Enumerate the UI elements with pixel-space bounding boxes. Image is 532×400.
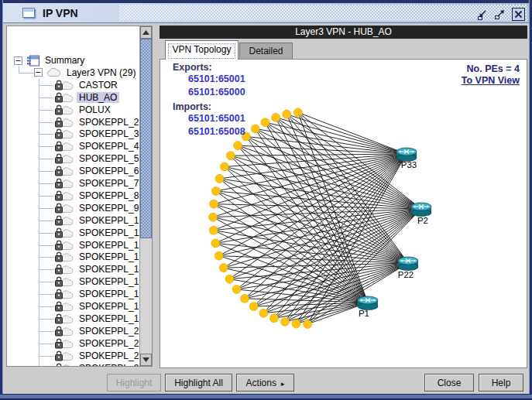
pe-router-icon[interactable] [396,148,417,162]
ce-node[interactable] [234,142,242,150]
ce-node[interactable] [293,108,302,117]
tree-guide-line [39,245,53,246]
scroll-down-button[interactable] [140,354,152,366]
tree-item-spokeppl-6[interactable]: SPOKEPPL_6 [8,165,139,177]
scroll-up-button[interactable] [140,26,152,39]
ce-node[interactable] [220,162,228,171]
tree-item-spokeppl-3[interactable]: SPOKEPPL_3 [8,128,139,140]
ce-node[interactable] [232,285,241,293]
tree-item-spokeppl-14[interactable]: SPOKEPPL_14 [8,263,139,275]
tree-item-spokeppl-9[interactable]: SPOKEPPL_9 [8,202,139,214]
tree-item-spokeppl-2[interactable]: SPOKEPPL_2 [8,116,139,128]
window-frame-right [529,0,532,400]
ce-node[interactable] [210,200,218,208]
vpn-lock-icon [54,92,74,103]
ce-node[interactable] [269,314,278,323]
ce-node[interactable] [272,113,280,121]
vpn-lock-icon [54,190,74,201]
tab-detailed[interactable]: Detailed [239,43,293,59]
tree-item-hub-ao[interactable]: HUB_AO [8,91,139,104]
ce-node[interactable] [283,110,291,118]
ce-node[interactable] [292,320,300,328]
tree-item-spokeppl-18[interactable]: SPOKEPPL_18 [8,313,139,325]
tree-guide-line [39,221,53,221]
tree-scrollbar[interactable] [139,26,152,366]
tree-item-castor[interactable]: CASTOR [8,79,139,91]
tree-item-layer3-vpn-29-[interactable]: Layer3 VPN (29) [8,67,139,79]
actions-button[interactable]: Actions▸ [236,374,294,391]
highlight-button[interactable]: Highlight [107,374,161,391]
pe-router-icon[interactable] [358,296,378,310]
tree-item-spokeppl-17[interactable]: SPOKEPPL_17 [8,300,139,313]
collapse-expander-icon[interactable] [14,56,22,65]
tree-guide-line [39,208,53,209]
tree-item-label: Summary [43,55,87,66]
tree-item-spokeppl-10[interactable]: SPOKEPPL_10 [8,214,139,227]
tree-item-label: SPOKEPPL_3 [77,128,139,139]
tree-guide-line [39,331,53,332]
scrollbar-thumb[interactable] [140,39,152,238]
tree-item-spokeppl-21[interactable]: SPOKEPPL_21 [8,325,139,337]
ce-node[interactable] [215,251,223,260]
vpn-lock-icon [54,338,74,349]
vpn-lock-icon [54,104,74,115]
tree-item-summary[interactable]: Summary [8,54,139,67]
ce-node[interactable] [280,317,289,326]
vpn-lock-icon [54,289,74,299]
tree-item-spokeppl-23[interactable]: SPOKEPPL_23 [8,350,139,362]
pe-router-icon[interactable] [398,257,418,271]
ce-node[interactable] [251,125,259,133]
ce-node[interactable] [249,303,258,311]
ce-node[interactable] [226,152,235,160]
help-button[interactable]: Help [479,374,523,391]
ce-node[interactable] [225,275,234,283]
ce-node[interactable] [211,187,220,196]
tree-guide-line [39,344,53,344]
tree-item-label: SPOKEPPL_22 [77,338,139,349]
pe-router-label: P22 [398,270,414,279]
tree-item-spokeppl-22[interactable]: SPOKEPPL_22 [8,337,139,350]
ce-node[interactable] [241,294,249,303]
tree-item-spokeppl-11[interactable]: SPOKEPPL_11 [8,227,139,239]
tree-item-label: SPOKEPPL_11 [77,227,139,238]
topology-graph[interactable]: P33P2P22P1 [160,60,527,368]
tree-item-spokeppl-24[interactable]: SPOKEPPL_24 [8,362,139,367]
tree-item-label: SPOKEPPL_13 [77,251,139,262]
ce-node[interactable] [215,174,224,183]
tab-vpn-topology[interactable]: VPN Topology [165,40,239,60]
exports-label: Exports: [173,62,212,73]
tree-item-spokeppl-12[interactable]: SPOKEPPL_12 [8,239,139,251]
maximize-button[interactable] [493,9,506,21]
ce-node[interactable] [219,264,228,272]
ce-node[interactable] [209,226,218,234]
ce-node[interactable] [211,239,220,248]
collapse-expander-icon[interactable] [34,68,43,77]
tree-item-label: SPOKEPPL_8 [77,190,139,201]
titlebar[interactable]: IP VPN [3,3,529,23]
vpn-edge [287,115,407,154]
actions-label: Actions [246,378,276,388]
tree-item-spokeppl-7[interactable]: SPOKEPPL_7 [8,177,139,190]
tree-item-label: CASTOR [77,80,120,91]
close-button[interactable]: Close [424,374,474,391]
tree-guide-line [39,319,53,320]
ce-node[interactable] [304,320,312,328]
vpn-lock-icon [54,153,74,164]
tree-item-polux[interactable]: POLUX [8,104,139,116]
vpn-lock-icon [54,264,74,275]
tree-item-spokeppl-15[interactable]: SPOKEPPL_15 [8,275,139,288]
highlight-all-button[interactable]: Highlight All [165,374,232,391]
tree-item-spokeppl-16[interactable]: SPOKEPPL_16 [8,288,139,300]
tree-item-spokeppl-8[interactable]: SPOKEPPL_8 [8,190,139,202]
tree-item-spokeppl-13[interactable]: SPOKEPPL_13 [8,251,139,263]
button-bar: Highlight Highlight All Actions▸ Close H… [3,369,529,394]
ce-node[interactable] [259,309,268,317]
tree-item-spokeppl-4[interactable]: SPOKEPPL_4 [8,140,139,152]
to-vpn-view-link[interactable]: To VPN View [462,75,520,86]
ce-node[interactable] [261,118,269,127]
close-window-button[interactable] [511,7,526,22]
pe-router-icon[interactable] [411,203,431,217]
iconify-button[interactable] [476,9,489,21]
tree-item-spokeppl-5[interactable]: SPOKEPPL_5 [8,152,139,165]
ce-node[interactable] [209,213,218,221]
